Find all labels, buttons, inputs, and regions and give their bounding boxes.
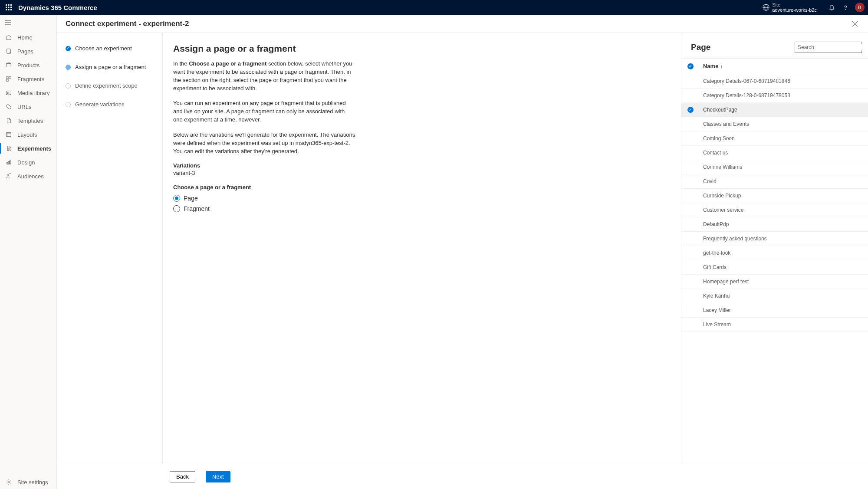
page-name: Curbside Pickup [703,193,741,199]
page-row[interactable]: Customer service [681,203,868,217]
sidebar-item-layouts[interactable]: Layouts [0,128,56,141]
page-row[interactable]: Kyle Kanhu [681,289,868,303]
sidebar-item-label: Fragments [17,76,44,82]
page-name: Live Stream [703,322,731,328]
sidebar-item-design[interactable]: Design [0,155,56,169]
page-row[interactable]: ✓CheckoutPage [681,103,868,117]
nav-icon [5,75,12,82]
page-row[interactable]: Live Stream [681,318,868,332]
page-row[interactable]: Gift Cards [681,260,868,275]
svg-rect-0 [6,4,7,6]
nav-icon [5,145,12,152]
page-name: Corinne Williams [703,164,742,170]
main-heading: Assign a page or a fragment [173,43,646,54]
page-name: Contact us [703,150,728,156]
checkmark-icon: ✓ [687,63,694,69]
step-dot-icon [66,83,71,89]
next-button[interactable]: Next [206,471,230,482]
sidebar-item-audiences[interactable]: Audiences [0,169,56,183]
svg-point-32 [8,481,10,483]
nav-icon [5,103,12,110]
page-row[interactable]: Frequently asked questions [681,232,868,246]
page-row[interactable]: Category Details-067-0-68719481846 [681,74,868,89]
sidebar-item-products[interactable]: Products [0,58,56,72]
page-row[interactable]: get-the-look [681,246,868,260]
page-name: get-the-look [703,250,730,256]
radio-label: Page [184,195,198,202]
back-button[interactable]: Back [170,471,195,482]
intro-p1: In the Choose a page or a fragment secti… [173,60,355,92]
wizard-step[interactable]: Define experiment scope [66,82,162,101]
site-picker[interactable]: Site adventure-works-b2c [772,2,817,13]
svg-rect-20 [9,77,11,79]
page-name: DefaultPdp [703,221,729,227]
nav-icon [5,48,12,55]
sidebar-item-media-library[interactable]: Media library [0,86,56,100]
page-row[interactable]: Coming Soon [681,131,868,146]
sidebar-item-templates[interactable]: Templates [0,114,56,128]
wizard-step[interactable]: Generate variations [66,101,162,120]
radio-label: Fragment [184,205,210,212]
avatar[interactable]: B [855,3,865,12]
nav-icon [5,159,12,166]
page-row[interactable]: Contact us [681,146,868,160]
step-dot-icon [66,46,71,51]
wizard-step[interactable]: Assign a page or a fragment [66,64,162,82]
right-heading: Page [691,43,710,52]
gear-icon [5,479,12,486]
page-name: Category Details-128-0-68719478053 [703,92,790,98]
sidebar-item-settings[interactable]: Site settings [0,475,56,489]
svg-rect-3 [6,7,7,8]
right-pane: Page ✓ Name ↑ Category Details-067-0-687… [681,33,868,464]
panel-header: Connect experiment - experiment-2 [57,15,868,33]
variations-label: Variations [173,162,646,169]
sidebar-item-label: Home [17,34,33,41]
page-name: Covid [703,178,717,184]
nav-icon [5,173,12,180]
page-row[interactable]: Corinne Williams [681,160,868,174]
sidebar-item-label: URLs [17,104,32,110]
sidebar-item-pages[interactable]: Pages [0,44,56,58]
svg-rect-2 [10,4,12,6]
list-header[interactable]: ✓ Name ↑ [681,58,868,74]
page-row[interactable]: DefaultPdp [681,217,868,232]
step-label: Assign a page or a fragment [75,64,146,82]
page-row[interactable]: Homepage perf test [681,275,868,289]
radio-fragment[interactable]: Fragment [173,205,646,212]
notifications-icon[interactable] [825,1,838,13]
intro-p3: Below are the variations we'll generate … [173,131,355,156]
sidebar-item-experiments[interactable]: Experiments [0,141,56,155]
footer: Back Next [57,464,868,489]
sidebar-item-urls[interactable]: URLs [0,100,56,114]
close-icon[interactable] [851,20,859,28]
help-icon[interactable] [839,1,852,13]
page-row[interactable]: Covid [681,174,868,189]
sidebar-item-label: Design [17,159,35,166]
page-row[interactable]: Category Details-128-0-68719478053 [681,89,868,103]
page-row[interactable]: Curbside Pickup [681,189,868,203]
svg-rect-6 [6,9,7,10]
page-row[interactable]: Lacey Miller [681,303,868,318]
steps-pane: Choose an experimentAssign a page or a f… [57,33,163,464]
globe-icon[interactable] [763,4,769,11]
wizard-step[interactable]: Choose an experiment [66,45,162,64]
app-launcher-icon[interactable] [3,2,14,13]
search-box[interactable] [795,42,862,53]
svg-rect-29 [10,160,11,164]
svg-point-12 [845,9,845,9]
sidebar-item-fragments[interactable]: Fragments [0,72,56,86]
step-label: Choose an experiment [75,45,132,64]
sidebar-item-label: Products [17,62,39,69]
sort-asc-icon: ↑ [720,64,723,69]
top-bar: Dynamics 365 Commerce Site adventure-wor… [0,0,868,15]
radio-page[interactable]: Page [173,195,646,202]
step-dot-icon [66,102,71,107]
nav-icon [5,117,12,124]
search-input[interactable] [798,44,863,50]
sidebar-toggle[interactable] [0,15,56,30]
page-row[interactable]: Classes and Events [681,117,868,131]
svg-rect-24 [7,133,11,137]
nav-icon [5,89,12,96]
sidebar-item-home[interactable]: Home [0,30,56,44]
sidebar-item-label: Audiences [17,173,44,180]
